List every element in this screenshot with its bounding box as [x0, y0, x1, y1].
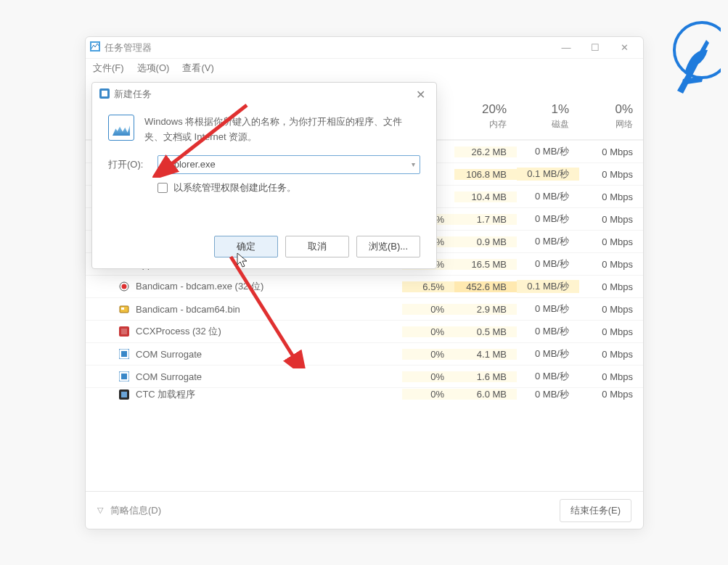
process-icon [118, 281, 130, 292]
process-name: Bandicam - bdcam.exe (32 位) [136, 280, 263, 293]
performance-icon [108, 115, 134, 141]
svg-point-0 [674, 22, 721, 78]
network-cell: 0 Mbps [579, 236, 643, 247]
network-cell: 0 Mbps [579, 259, 643, 270]
memory-cell: 2.9 MB [454, 304, 517, 315]
ok-button[interactable]: 确定 [214, 236, 278, 257]
disk-cell: 0 MB/秒 [517, 302, 579, 316]
process-row[interactable]: Bandicam - bdcam.exe (32 位)6.5%452.6 MB0… [86, 275, 643, 297]
dropdown-icon[interactable]: ▾ [412, 160, 415, 168]
disk-cell: 0 MB/秒 [517, 257, 579, 271]
network-cell: 0 Mbps [579, 169, 643, 180]
col-header-network[interactable]: 0% 网络 [579, 94, 643, 139]
process-name: CTC 加载程序 [136, 388, 195, 401]
menu-options[interactable]: 选项(O) [137, 62, 170, 75]
disk-cell: 0 MB/秒 [517, 347, 579, 360]
cpu-cell: 6.5% [402, 281, 454, 292]
chevron-down-icon: ▽ [97, 506, 103, 515]
process-name: COM Surrogate [136, 349, 202, 360]
process-name: Bandicam - bdcam64.bin [136, 304, 240, 315]
process-name: CCXProcess (32 位) [136, 325, 221, 338]
disk-cell: 0 MB/秒 [517, 388, 579, 401]
disk-cell: 0.1 MB/秒 [517, 280, 579, 293]
memory-cell: 16.5 MB [454, 259, 517, 270]
new-task-dialog: 新建任务 ✕ Windows 将根据你所键入的名称，为你打开相应的程序、文件夹、… [91, 82, 437, 269]
network-cell: 0 Mbps [579, 326, 643, 337]
memory-cell: 452.6 MB [454, 281, 517, 292]
window-title: 任务管理器 [105, 41, 152, 54]
memory-cell: 10.4 MB [454, 191, 517, 202]
process-icon [118, 371, 130, 382]
close-button[interactable]: ✕ [610, 38, 639, 58]
svg-rect-28 [102, 91, 107, 96]
menu-file[interactable]: 文件(F) [93, 62, 124, 75]
process-row[interactable]: COM Surrogate0%4.1 MB0 MB/秒0 Mbps [86, 342, 643, 365]
menu-view[interactable]: 查看(V) [182, 62, 213, 75]
memory-cell: 0.5 MB [454, 326, 517, 337]
task-manager-icon [90, 41, 100, 54]
memory-cell: 26.2 MB [454, 147, 517, 157]
col-header-memory[interactable]: 20% 内存 [454, 94, 517, 139]
admin-checkbox[interactable] [158, 183, 168, 193]
cpu-cell: 0% [402, 304, 454, 315]
process-row[interactable]: CTC 加载程序0%6.0 MB0 MB/秒0 Mbps [86, 387, 643, 400]
cpu-cell: 0% [402, 371, 454, 382]
memory-cell: 6.0 MB [454, 389, 517, 400]
memory-cell: 0.9 MB [454, 236, 517, 247]
process-icon [118, 326, 130, 337]
open-input[interactable]: explorer.exe ▾ [158, 155, 420, 174]
svg-rect-22 [121, 351, 127, 357]
disk-cell: 0 MB/秒 [517, 370, 579, 383]
process-row[interactable]: COM Surrogate0%1.6 MB0 MB/秒0 Mbps [86, 365, 643, 387]
svg-rect-18 [121, 308, 124, 310]
network-cell: 0 Mbps [579, 349, 643, 360]
window-controls: — ☐ ✕ [552, 38, 639, 58]
network-cell: 0 Mbps [579, 191, 643, 202]
process-row[interactable]: Bandicam - bdcam64.bin0%2.9 MB0 MB/秒0 Mb… [86, 297, 643, 320]
cpu-cell: 0% [402, 326, 454, 337]
knight-logo-icon [663, 18, 721, 120]
disk-cell: 0 MB/秒 [517, 145, 579, 158]
disk-cell: 0.1 MB/秒 [517, 168, 579, 181]
dialog-close-button[interactable]: ✕ [412, 88, 429, 102]
network-cell: 0 Mbps [579, 389, 643, 400]
cpu-cell: 0% [402, 349, 454, 360]
task-manager-footer: ▽ 简略信息(D) 结束任务(E) [86, 491, 643, 529]
dialog-description: Windows 将根据你所键入的名称，为你打开相应的程序、文件夹、文档或 Int… [144, 115, 420, 145]
maximize-button[interactable]: ☐ [581, 38, 610, 58]
dialog-title: 新建任务 [114, 88, 152, 101]
minimize-button[interactable]: — [552, 38, 581, 58]
end-task-button[interactable]: 结束任务(E) [560, 499, 631, 522]
open-input-value: explorer.exe [164, 159, 216, 170]
network-cell: 0 Mbps [579, 214, 643, 225]
disk-cell: 0 MB/秒 [517, 325, 579, 338]
svg-rect-26 [121, 392, 127, 397]
menu-bar: 文件(F) 选项(O) 查看(V) [86, 59, 643, 78]
svg-rect-24 [121, 374, 127, 379]
network-cell: 0 Mbps [579, 281, 643, 292]
memory-cell: 1.7 MB [454, 214, 517, 225]
col-header-disk[interactable]: 1% 磁盘 [517, 94, 579, 139]
run-icon [99, 88, 110, 101]
admin-label: 以系统管理权限创建此任务。 [173, 181, 296, 194]
cancel-button[interactable]: 取消 [285, 236, 349, 257]
svg-rect-20 [121, 329, 127, 334]
process-row[interactable]: CCXProcess (32 位)0%0.5 MB0 MB/秒0 Mbps [86, 320, 643, 342]
browse-button[interactable]: 浏览(B)... [356, 236, 420, 257]
process-icon [118, 348, 130, 360]
network-cell: 0 Mbps [579, 371, 643, 382]
dialog-titlebar: 新建任务 ✕ [92, 83, 436, 106]
process-name: COM Surrogate [136, 371, 202, 382]
disk-cell: 0 MB/秒 [517, 213, 579, 226]
disk-cell: 0 MB/秒 [517, 235, 579, 248]
open-label: 打开(O): [108, 158, 150, 171]
memory-cell: 106.8 MB [454, 169, 517, 180]
svg-point-16 [122, 284, 127, 289]
network-cell: 0 Mbps [579, 304, 643, 315]
cpu-cell: 0% [402, 389, 454, 400]
process-icon [118, 389, 130, 400]
memory-cell: 4.1 MB [454, 349, 517, 360]
fewer-details-link[interactable]: 简略信息(D) [110, 504, 161, 517]
network-cell: 0 Mbps [579, 147, 643, 157]
memory-cell: 1.6 MB [454, 371, 517, 382]
